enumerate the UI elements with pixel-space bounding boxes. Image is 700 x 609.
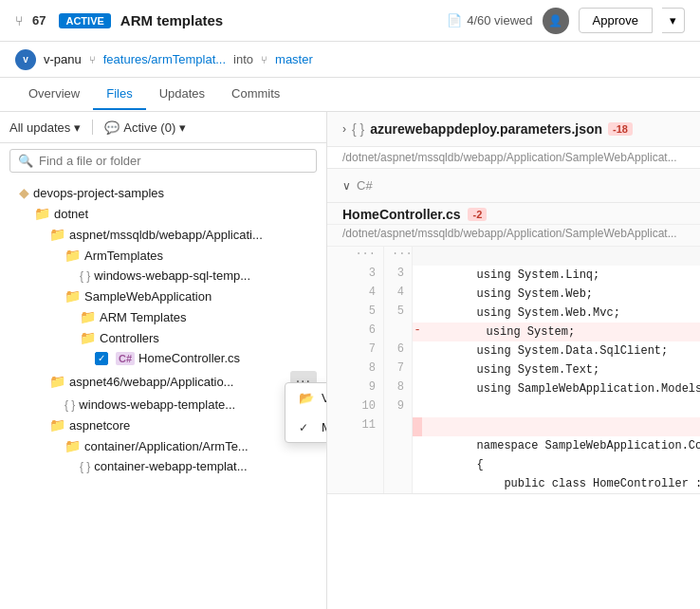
file-type-braces: { } <box>352 121 364 137</box>
view-in-file-explorer-item[interactable]: 📂 View in file explorer <box>286 383 327 413</box>
code-content: using System.Web.Mvc; <box>413 304 700 323</box>
top-bar: ⑂ 67 ACTIVE ARM templates 📄 4/60 viewed … <box>0 0 700 42</box>
tree-item-label: ARM Templates <box>100 310 317 324</box>
folder-icon: 📁 <box>80 309 96 324</box>
line-num-old: 10 <box>327 398 384 417</box>
tree-root[interactable]: ◆ devops-project-samples <box>0 182 326 203</box>
list-item[interactable]: 📁 container/Application/ArmTe... <box>0 435 326 456</box>
tab-overview[interactable]: Overview <box>15 79 93 110</box>
braces-icon: { } <box>64 398 75 412</box>
line-num-old: 8 <box>327 360 384 379</box>
chevron-down-icon: ▾ <box>74 120 81 135</box>
all-updates-filter[interactable]: All updates ▾ <box>9 120 81 135</box>
line-num-old: 11 <box>327 417 384 436</box>
tree-root-label: devops-project-samples <box>33 186 317 200</box>
tab-commits[interactable]: Commits <box>218 79 293 110</box>
code-content <box>413 398 700 417</box>
pr-number: 67 <box>32 13 46 28</box>
code-row: ··· ··· <box>327 247 700 266</box>
line-num-new <box>384 455 413 474</box>
tab-updates[interactable]: Updates <box>146 79 218 110</box>
line-num-old: 3 <box>327 266 384 285</box>
folder-icon: 📁 <box>64 438 81 453</box>
tree-item-label: SampleWebApplication <box>84 289 317 304</box>
folder-icon: 📁 <box>64 248 81 263</box>
approve-button[interactable]: Approve <box>579 8 653 33</box>
line-num-new: 9 <box>384 398 413 417</box>
approve-dropdown-button[interactable]: ▾ <box>662 8 685 33</box>
diff-count-json: -18 <box>608 122 633 136</box>
line-num-old: 6 <box>327 323 384 341</box>
reviewer-avatar: 👤 <box>543 8 569 34</box>
list-item[interactable]: { } windows-webapp-sql-temp... <box>0 266 326 286</box>
code-row: 10 9 <box>327 398 700 417</box>
minus-marker <box>413 417 422 436</box>
line-num-new <box>384 323 413 341</box>
reviewed-checkbox[interactable]: ✓ <box>95 352 108 365</box>
tree-item-label: HomeController.cs <box>138 351 317 365</box>
code-row: { <box>327 455 700 474</box>
file-name-json: azurewebappdeploy.parameters.json <box>370 121 602 137</box>
code-row: 4 4 using System.Web; <box>327 285 700 304</box>
tree-item-label: container-webapp-templat... <box>94 459 317 473</box>
list-item[interactable]: 📁 aspnet/mssqldb/webapp/Applicati... <box>0 224 326 245</box>
author-name: v-panu <box>44 52 82 66</box>
code-row: 8 7 using System.Text; <box>327 360 700 379</box>
search-input[interactable] <box>39 154 308 168</box>
lang-label: C# <box>357 178 373 193</box>
file-tree: ◆ devops-project-samples 📁 dotnet 📁 aspn… <box>0 178 326 609</box>
active-filter[interactable]: 💬 Active (0) ▾ <box>104 120 186 135</box>
author-avatar: v <box>15 49 36 70</box>
folder-icon: ◆ <box>19 185 29 200</box>
second-bar: v v-panu ⑂ features/armTemplat... into ⑂… <box>0 42 700 78</box>
diff-count-cs: -2 <box>468 208 487 221</box>
branch-to-icon: ⑂ <box>261 54 267 65</box>
list-item[interactable]: 📁 aspnet46/webapp/Applicatio... ··· <box>0 368 326 395</box>
folder-icon: 📁 <box>49 417 65 433</box>
folder-open-icon: 📂 <box>299 391 312 405</box>
folder-icon: 📁 <box>64 288 81 304</box>
tree-item-label: aspnetcore <box>69 418 317 433</box>
filter-separator <box>92 120 93 135</box>
folder-icon: 📁 <box>80 330 96 345</box>
list-item[interactable]: 📁 ArmTemplates <box>0 245 326 266</box>
code-row-deleted: 6 - using System; <box>327 323 700 341</box>
branch-from[interactable]: features/armTemplat... <box>103 52 226 66</box>
file-name-cs: HomeController.cs <box>342 207 460 222</box>
file-header-json[interactable]: › { } azurewebappdeploy.parameters.json … <box>327 112 700 147</box>
mark-as-reviewed-item[interactable]: ✓ Mark as reviewed <box>286 413 327 442</box>
code-content <box>422 417 700 436</box>
line-num-new <box>384 436 413 455</box>
cs-icon: C# <box>116 352 135 365</box>
list-item[interactable]: ✓ C# HomeController.cs <box>0 348 326 368</box>
code-row: 3 3 using System.Linq; <box>327 266 700 285</box>
line-num-new <box>384 474 413 493</box>
main-layout: All updates ▾ 💬 Active (0) ▾ 🔍 ◆ devops-… <box>0 112 700 609</box>
tree-item-label: windows-webapp-sql-temp... <box>94 268 317 283</box>
code-content <box>413 247 700 266</box>
line-num-old <box>327 436 384 455</box>
list-item[interactable]: { } windows-webapp-template... <box>0 395 326 415</box>
branch-to[interactable]: master <box>275 52 313 66</box>
list-item[interactable]: 📁 dotnet <box>0 203 326 224</box>
code-row: namespace SampleWebApplication.Contro... <box>327 436 700 455</box>
tab-files[interactable]: Files <box>93 79 145 110</box>
context-menu: 📂 View in file explorer ✓ Mark as review… <box>285 382 327 443</box>
list-item[interactable]: 📁 SampleWebApplication <box>0 286 326 306</box>
line-num-new: 3 <box>384 266 413 285</box>
list-item[interactable]: 📁 ARM Templates <box>0 306 326 327</box>
tree-item-label: aspnet46/webapp/Applicatio... <box>69 375 286 389</box>
tree-item-label: Controllers <box>100 331 317 345</box>
line-num-old: ··· <box>327 247 384 266</box>
comment-icon: 💬 <box>104 120 120 135</box>
file-icon: 📄 <box>447 13 462 28</box>
code-content: public class HomeController : Co... <box>413 474 700 493</box>
folder-icon: 📁 <box>49 374 65 389</box>
active-badge: ACTIVE <box>59 13 110 28</box>
list-item[interactable]: { } container-webapp-templat... <box>0 456 326 476</box>
line-num-old: 5 <box>327 304 384 323</box>
list-item[interactable]: 📁 aspnetcore <box>0 415 326 435</box>
file-header-cs[interactable]: ∨ C# <box>327 169 700 203</box>
search-box[interactable]: 🔍 <box>9 149 317 173</box>
list-item[interactable]: 📁 Controllers <box>0 327 326 348</box>
